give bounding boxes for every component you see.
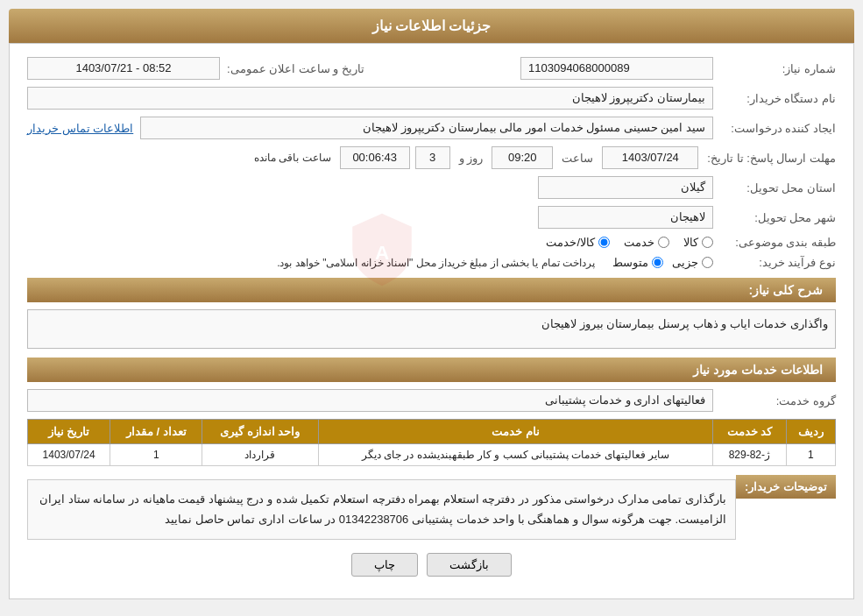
page-wrapper: جزئیات اطلاعات نیاز A شماره نیاز: 110309… (0, 0, 863, 616)
back-button[interactable]: بازگشت (427, 553, 512, 577)
process-label: نوع فرآیند خرید: (713, 256, 836, 269)
buyer-notes-value: بارگذاری تمامی مدارک درخواستی مذکور در د… (27, 479, 736, 540)
category-kala-label: کالا (683, 236, 698, 249)
category-khedmat[interactable]: خدمت (624, 236, 669, 249)
buyer-name-value: بیمارستان دکتریپروز لاهیجان (27, 87, 713, 110)
need-description-value: واگذاری خدمات ایاب و ذهاب پرسنل بیمارستا… (27, 309, 836, 349)
category-both-label: کالا/خدمت (546, 236, 595, 249)
page-title: جزئیات اطلاعات نیاز (9, 9, 854, 43)
need-description-row: واگذاری خدمات ایاب و ذهاب پرسنل بیمارستا… (27, 309, 836, 349)
col-count: تعداد / مقدار (110, 420, 202, 444)
service-group-value: فعالیتهای اداری و خدمات پشتیبانی (27, 389, 713, 412)
table-row: 1 ژ-82-829 سایر فعالیتهای خدمات پشتیبانی… (28, 444, 836, 466)
creator-label: ایجاد کننده درخواست: (713, 122, 836, 135)
need-number-value: 1103094068000089 (520, 57, 713, 80)
cell-row: 1 (786, 444, 835, 466)
cell-code: ژ-82-829 (712, 444, 786, 466)
deadline-days: 3 (415, 146, 450, 169)
deadline-time: 09:20 (492, 146, 553, 169)
process-motevaset-label: متوسط (612, 256, 648, 269)
creator-row: ایجاد کننده درخواست: سید امین حسینی مسئو… (27, 117, 836, 139)
announcement-label: تاریخ و ساعت اعلان عمومی: (227, 62, 364, 75)
col-date: تاریخ نیاز (28, 420, 110, 444)
buyer-notes-label: توضیحات خریدار: (736, 475, 836, 499)
table-header-row: ردیف کد خدمت نام خدمت واحد اندازه گیری ت… (28, 420, 836, 444)
category-label: طبقه بندی موضوعی: (713, 236, 836, 249)
category-both-radio[interactable] (598, 237, 610, 248)
process-options-row: جزیی متوسط پرداخت تمام یا بخشی از مبلغ خ… (277, 256, 713, 269)
process-motevaset-radio[interactable] (652, 257, 663, 268)
category-khedmat-label: خدمت (624, 236, 654, 249)
need-description-header: شرح کلی نیاز: (27, 278, 836, 302)
deadline-remaining: 00:06:43 (340, 146, 410, 169)
col-row: ردیف (786, 420, 835, 444)
cell-date: 1403/07/24 (28, 444, 110, 466)
need-number-label: شماره نیاز: (713, 62, 836, 75)
process-jazii[interactable]: جزیی (672, 256, 713, 269)
col-unit: واحد اندازه گیری (202, 420, 318, 444)
category-radio-group: کالا خدمت کالا/خدمت (546, 236, 713, 249)
category-khedmat-radio[interactable] (658, 237, 669, 248)
province-row: استان محل تحویل: گیلان (27, 176, 836, 199)
service-group-row: گروه خدمت: فعالیتهای اداری و خدمات پشتیب… (27, 389, 836, 412)
col-code: کد خدمت (712, 420, 786, 444)
cell-name: سایر فعالیتهای خدمات پشتیبانی کسب و کار … (318, 444, 712, 466)
time-label: ساعت (562, 152, 593, 165)
deadline-date-row: 1403/07/24 ساعت 09:20 روز و 3 00:06:43 س… (254, 146, 698, 169)
buyer-notes-row: توضیحات خریدار: بارگذاری تمامی مدارک درخ… (27, 475, 836, 540)
process-jazii-label: جزیی (672, 256, 698, 269)
col-name: نام خدمت (318, 420, 712, 444)
print-button[interactable]: چاپ (351, 553, 418, 577)
cell-count: 1 (110, 444, 202, 466)
buyer-name-label: نام دستگاه خریدار: (713, 92, 836, 105)
deadline-row: مهلت ارسال پاسخ: تا تاریخ: 1403/07/24 سا… (27, 146, 836, 169)
buyer-name-row: نام دستگاه خریدار: بیمارستان دکتریپروز ل… (27, 87, 836, 110)
deadline-label: مهلت ارسال پاسخ: تا تاریخ: (698, 152, 836, 165)
process-description: پرداخت تمام یا بخشی از مبلغ خریداز محل "… (277, 257, 595, 269)
category-kala-radio[interactable] (702, 237, 713, 248)
cell-unit: قرارداد (202, 444, 318, 466)
process-row: نوع فرآیند خرید: جزیی متوسط پرداخت تمام … (27, 256, 836, 269)
services-table: ردیف کد خدمت نام خدمت واحد اندازه گیری ت… (27, 419, 836, 466)
process-motevaset[interactable]: متوسط (612, 256, 663, 269)
category-row: طبقه بندی موضوعی: کالا خدمت کالا/خدمت (27, 236, 836, 249)
services-header: اطلاعات خدمات مورد نیاز (27, 358, 836, 382)
process-jazii-radio[interactable] (702, 257, 713, 268)
days-label: روز و (459, 152, 484, 165)
bottom-buttons: بازگشت چاپ (27, 553, 836, 585)
services-table-section: ردیف کد خدمت نام خدمت واحد اندازه گیری ت… (27, 419, 836, 466)
category-both[interactable]: کالا/خدمت (546, 236, 610, 249)
service-group-label: گروه خدمت: (713, 394, 836, 407)
province-label: استان محل تحویل: (713, 181, 836, 195)
creator-value: سید امین حسینی مسئول خدمات امور مالی بیم… (140, 117, 713, 139)
remaining-label: ساعت باقی مانده (254, 152, 331, 164)
deadline-date: 1403/07/24 (602, 146, 698, 169)
announcement-date-value: 1403/07/21 - 08:52 (27, 57, 220, 80)
category-kala[interactable]: کالا (683, 236, 713, 249)
city-row: شهر محل تحویل: لاهیجان (27, 206, 836, 229)
province-value: گیلان (538, 176, 713, 199)
main-content: A شماره نیاز: 1103094068000089 تاریخ و س… (9, 43, 854, 599)
need-number-row: شماره نیاز: 1103094068000089 تاریخ و ساع… (27, 57, 836, 80)
city-value: لاهیجان (538, 206, 713, 229)
contact-info-link[interactable]: اطلاعات تماس خریدار (27, 122, 133, 135)
city-label: شهر محل تحویل: (713, 211, 836, 224)
